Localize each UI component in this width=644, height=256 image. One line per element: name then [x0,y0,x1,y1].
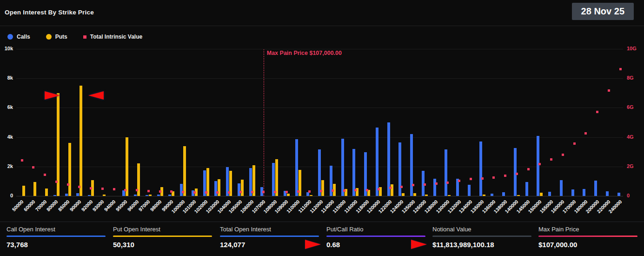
intrinsic-value-dot [216,191,219,194]
intrinsic-value-dot [32,166,34,168]
stat-label: Call Open Interest [7,224,106,233]
intrinsic-value-dot [147,190,150,192]
stat-underline [538,236,637,237]
call-bar [571,189,574,196]
intrinsic-value-dot [308,190,311,193]
call-bar [122,190,125,196]
put-bar [183,146,186,196]
intrinsic-value-dot [481,177,484,180]
put-bar [149,195,152,196]
intrinsic-value-dot [101,188,104,190]
intrinsic-value-dot [389,187,392,189]
put-bar [425,195,428,196]
put-bar [310,195,312,196]
y-axis-tick-right: 10G [627,46,637,51]
put-bar [540,193,543,196]
intrinsic-value-dot [412,184,414,186]
open-interest-widget: Open Interest By Strike Price 28 Nov 25 … [0,0,644,256]
intrinsic-value-dot [516,173,518,175]
stat-underline [220,236,319,237]
strike-price-chart: Max Pain Price $107,000.00 002k2G4k4G6k6… [0,0,644,256]
put-bar [33,182,36,196]
stat-value: 73,768 [7,241,106,249]
put-bar [402,193,405,196]
call-bar [238,183,240,196]
call-bar [594,181,597,196]
intrinsic-value-dot [562,154,564,156]
stat-underline [7,236,106,237]
stat-underline [326,236,425,237]
call-bar [525,182,528,196]
max-pain-line [264,49,264,196]
intrinsic-value-dot [366,189,368,191]
intrinsic-value-dot [435,182,438,185]
call-bar [134,195,137,196]
call-bar [157,195,160,196]
call-bar [65,194,68,196]
call-bar [387,122,390,196]
intrinsic-value-dot [90,187,92,189]
intrinsic-value-dot [170,190,173,193]
intrinsic-value-dot [573,142,576,145]
arrow-right-icon [305,240,321,249]
y-axis-tick-left: 0 [0,193,13,198]
gridline [16,196,623,196]
intrinsic-value-dot [458,180,460,182]
stats-divider [0,222,644,222]
put-bar [80,86,82,196]
put-bar [241,180,244,196]
intrinsic-value-dot [251,191,253,193]
call-bar [514,148,517,196]
call-bar [445,149,447,196]
put-bar [126,137,128,196]
y-axis-tick-right: 4G [627,134,634,140]
stat-label: Put Open Interest [113,224,212,233]
stat-label: Notional Value [432,224,531,233]
intrinsic-value-dot [619,68,622,70]
stat-value: $11,813,989,100.18 [432,241,531,249]
stat-value: $107,000.00 [538,241,637,249]
intrinsic-value-dot [182,191,184,193]
stat-value: 124,077 [220,241,319,249]
call-bar [180,184,183,196]
stat-label: Put/Call Ratio [326,224,425,233]
call-bar [376,128,378,196]
intrinsic-value-dot [78,186,80,188]
intrinsic-value-dot [285,191,288,193]
intrinsic-value-dot [44,174,46,176]
intrinsic-value-dot [608,89,610,92]
stat-underline [432,236,531,237]
call-bar [502,192,505,196]
gridline [16,108,623,108]
x-axis-tick-label: 240000 [572,199,619,204]
call-bar [295,139,298,196]
intrinsic-value-dot [124,189,126,191]
call-bar [146,195,148,196]
intrinsic-value-dot [239,191,242,193]
intrinsic-value-dot [262,191,265,193]
intrinsic-value-dot [596,111,598,113]
call-bar [88,195,91,196]
intrinsic-value-dot [228,191,230,194]
intrinsic-value-dot [584,132,587,135]
call-bar [214,181,217,196]
intrinsic-value-dot [343,189,345,192]
put-bar [448,195,451,196]
stat-max-pain-price: Max Pain Price$107,000.00 [538,224,637,249]
call-bar [606,191,609,196]
stat-underline [113,236,212,237]
intrinsic-value-dot [550,158,552,161]
intrinsic-value-dot [492,176,495,179]
gridline [16,137,623,138]
intrinsic-value-dot [274,191,276,193]
call-bar [341,139,344,196]
stat-value: 50,310 [113,241,212,249]
stat-label: Total Open Interest [220,224,319,233]
intrinsic-value-dot [354,189,357,191]
intrinsic-value-dot [55,181,58,183]
intrinsic-value-dot [67,183,69,186]
call-bar [537,136,539,196]
call-bar [583,189,585,196]
call-bar [560,180,563,196]
put-bar [287,194,290,196]
